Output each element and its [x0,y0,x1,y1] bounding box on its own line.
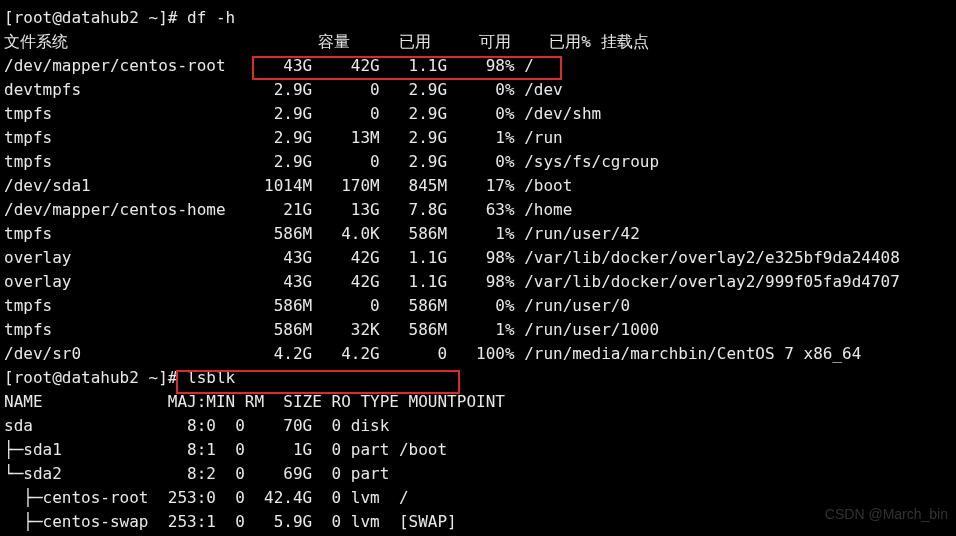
prompt-line-2: [root@datahub2 ~]# lsblk [4,368,235,387]
lsblk-output: sda 8:0 0 70G 0 disk ├─sda1 8:1 0 1G 0 p… [4,416,736,536]
command-df: df -h [187,8,235,27]
prompt-line-1: [root@datahub2 ~]# df -h [4,8,235,27]
lsblk-header: NAME MAJ:MIN RM SIZE RO TYPE MOUNTPOINT [4,392,505,411]
terminal-area[interactable]: [root@datahub2 ~]# df -h 文件系统 容量 已用 可用 已… [0,0,956,536]
ps1: [root@datahub2 ~]# [4,8,187,27]
df-output: /dev/mapper/centos-root 43G 42G 1.1G 98%… [4,56,900,363]
ps1: [root@datahub2 ~]# [4,368,187,387]
command-lsblk: lsblk [187,368,235,387]
watermark-text: CSDN @March_bin [825,502,948,526]
df-header: 文件系统 容量 已用 可用 已用% 挂载点 [4,32,649,51]
